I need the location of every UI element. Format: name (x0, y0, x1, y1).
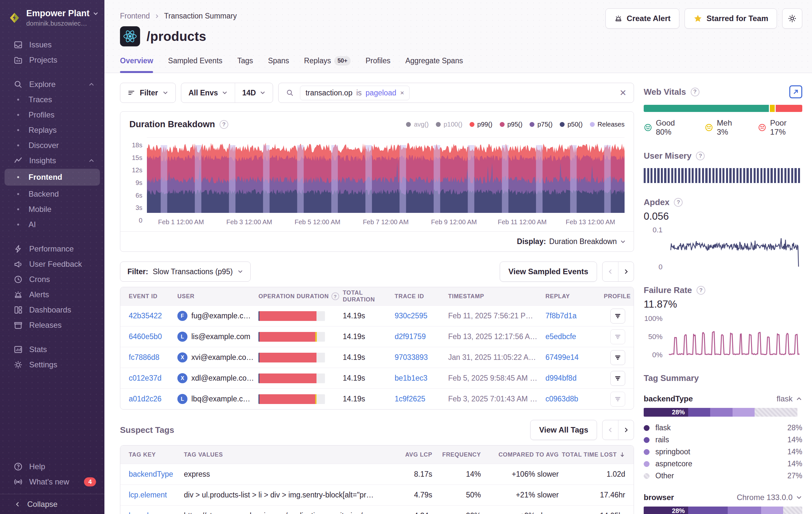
sidebar-item-replays[interactable]: Replays (0, 122, 105, 138)
legend-item-avg[interactable]: avg() (406, 121, 429, 128)
sidebar-group-insights[interactable]: Insights (0, 153, 105, 168)
sidebar-item-whats-new[interactable]: What's new 4 (0, 474, 105, 489)
web-vitals-segment-good (644, 105, 769, 112)
breadcrumb-frontend[interactable]: Frontend (120, 12, 150, 21)
web-vitals-title: Web Vitals (644, 87, 686, 97)
event-id-link[interactable]: fc7886d8 (129, 353, 177, 362)
web-vitals-bar[interactable] (644, 105, 802, 112)
duration-chart[interactable] (147, 137, 625, 213)
tab-spans[interactable]: Spans (268, 56, 289, 73)
view-all-tags-button[interactable]: View All Tags (530, 420, 597, 440)
legend-item-p95[interactable]: p95() (500, 121, 523, 128)
sidebar-item-stats[interactable]: Stats (0, 342, 105, 357)
prev-page-button[interactable] (603, 262, 618, 281)
trace-id-link[interactable]: 1c9f2625 (395, 395, 448, 403)
legend-item-p99[interactable]: p99() (469, 121, 493, 128)
sidebar-item-projects[interactable]: Projects (0, 52, 105, 67)
org-switcher[interactable]: Empower Plant dominik.buszowiec… (0, 0, 105, 37)
replay-link[interactable]: 7f8b7d1a (546, 312, 604, 320)
search-clear-icon[interactable]: ✕ (619, 88, 627, 98)
tag-key-link[interactable]: lcp.element (129, 491, 184, 499)
sidebar-item-issues[interactable]: Issues (0, 37, 105, 52)
sidebar-item-dashboards[interactable]: Dashboards (0, 302, 105, 317)
tag-distribution-bar[interactable]: 28% (644, 507, 802, 514)
tab-aggregate-spans[interactable]: Aggregate Spans (405, 56, 463, 73)
environment-dropdown[interactable]: All Envs (181, 83, 235, 103)
title-row: /products (120, 26, 802, 46)
legend-dot-icon (644, 425, 649, 431)
date-range-dropdown[interactable]: 14D (235, 83, 273, 103)
sidebar-item-settings[interactable]: Settings (0, 357, 105, 372)
help-icon[interactable]: ? (697, 286, 705, 295)
tab-replays[interactable]: Replays50+ (304, 56, 351, 73)
replay-link[interactable]: e5edbcfe (546, 332, 604, 341)
tag-key-link[interactable]: backendType (129, 470, 184, 479)
trace-id-link[interactable]: 930c2595 (395, 312, 448, 320)
view-sampled-events-button[interactable]: View Sampled Events (500, 262, 597, 282)
starred-for-team-button[interactable]: Starred for Team (685, 8, 777, 29)
sidebar-item-help[interactable]: Help (0, 459, 105, 474)
event-id-link[interactable]: 42b35422 (129, 312, 177, 320)
tag-value-dropdown[interactable]: flask (777, 394, 802, 403)
profile-button[interactable] (610, 329, 625, 344)
help-icon[interactable]: ? (220, 120, 228, 129)
search-token[interactable]: transaction.op is pageload × (300, 86, 410, 100)
tag-distribution-bar[interactable]: 28% (644, 408, 802, 417)
tab-profiles[interactable]: Profiles (366, 56, 390, 73)
tab-overview[interactable]: Overview (120, 56, 153, 73)
legend-item-Releases[interactable]: Releases (590, 121, 625, 128)
help-icon[interactable]: ? (331, 292, 339, 300)
sidebar-item-crons[interactable]: Crons (0, 272, 105, 287)
create-alert-button[interactable]: Create Alert (605, 8, 679, 29)
sidebar-item-alerts[interactable]: Alerts (0, 287, 105, 302)
next-page-button[interactable] (618, 420, 634, 440)
help-icon[interactable]: ? (691, 88, 699, 97)
profile-button[interactable] (610, 392, 625, 407)
sidebar-item-traces[interactable]: Traces (0, 92, 105, 107)
frown-icon (758, 123, 766, 132)
tab-tags[interactable]: Tags (237, 56, 253, 73)
help-icon[interactable]: ? (674, 198, 683, 207)
tab-sampled-events[interactable]: Sampled Events (168, 56, 222, 73)
replay-link[interactable]: d994bf8d (546, 374, 604, 383)
next-page-button[interactable] (618, 262, 634, 281)
sort-column-header[interactable]: TOTAL TIME LOST (562, 451, 626, 458)
legend-item-p100[interactable]: p100() (436, 121, 462, 128)
replay-link[interactable]: c0963d8b (546, 395, 604, 403)
profile-button[interactable] (610, 350, 625, 365)
event-id-link[interactable]: c012e37d (129, 374, 177, 383)
token-remove-icon[interactable]: × (400, 89, 404, 97)
sidebar-item-user-feedback[interactable]: User Feedback (0, 256, 105, 272)
help-icon[interactable]: ? (696, 152, 705, 160)
sidebar-item-performance[interactable]: Performance (0, 241, 105, 256)
events-filter-dropdown[interactable]: Filter: Slow Transactions (p95) (120, 262, 251, 282)
trace-id-link[interactable]: d2f91759 (395, 332, 448, 341)
replay-link[interactable]: 67499e14 (546, 353, 604, 362)
display-dropdown[interactable]: Duration Breakdown (549, 237, 626, 246)
sidebar-collapse-button[interactable]: Collapse (0, 494, 105, 514)
sidebar-item-mobile[interactable]: Mobile (0, 201, 105, 217)
settings-button[interactable] (782, 8, 802, 29)
open-in-new-icon[interactable] (789, 85, 802, 98)
sidebar-item-ai[interactable]: AI (0, 217, 105, 232)
sidebar-item-releases[interactable]: Releases (0, 317, 105, 333)
sidebar-group-explore[interactable]: Explore (0, 77, 105, 92)
bar-yellow-segment (315, 332, 317, 342)
sidebar-item-discover[interactable]: Discover (0, 138, 105, 153)
search-bar[interactable]: transaction.op is pageload × ✕ (278, 83, 634, 103)
filter-dropdown[interactable]: Filter (120, 83, 176, 103)
legend-item-p50[interactable]: p50() (560, 121, 583, 128)
profile-button[interactable] (610, 371, 625, 386)
sidebar-item-frontend[interactable]: Frontend (4, 169, 100, 186)
legend-item-p75[interactable]: p75() (529, 121, 553, 128)
tag-key-link[interactable]: lcp.url (129, 511, 184, 514)
trace-id-link[interactable]: be1b1ec3 (395, 374, 448, 383)
prev-page-button[interactable] (603, 420, 618, 440)
tag-value-dropdown[interactable]: Chrome 133.0.0 (737, 493, 802, 502)
sidebar-item-profiles[interactable]: Profiles (0, 107, 105, 122)
sidebar-item-backend[interactable]: Backend (0, 186, 105, 201)
event-id-link[interactable]: a01d2c26 (129, 395, 177, 403)
trace-id-link[interactable]: 97033893 (395, 353, 448, 362)
profile-button[interactable] (610, 308, 625, 324)
event-id-link[interactable]: 6460e5b0 (129, 332, 177, 341)
